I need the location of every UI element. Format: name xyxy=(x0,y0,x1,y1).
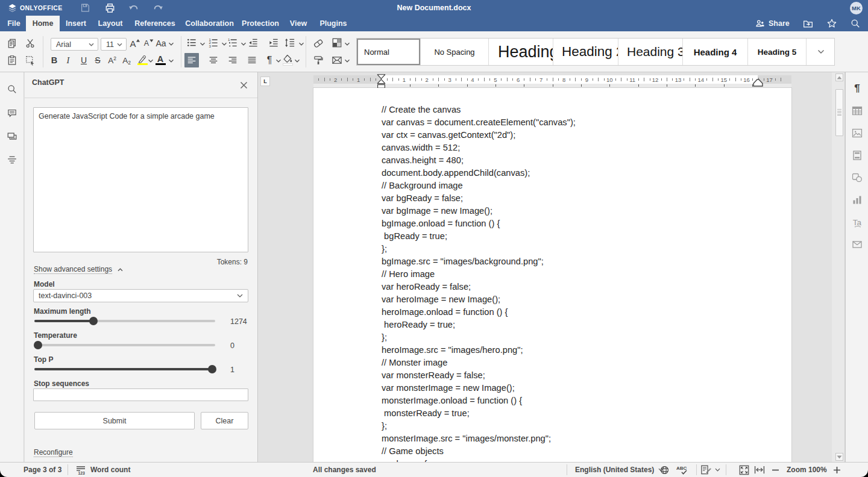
top-p-slider[interactable] xyxy=(34,365,215,373)
tab-references[interactable]: References xyxy=(133,16,177,31)
reconfigure-link[interactable]: Reconfigure xyxy=(34,448,73,457)
page-number-indicator[interactable]: Page 3 of 3 xyxy=(24,463,61,477)
multilevel-list-button[interactable]: 1 xyxy=(227,37,239,49)
favorite-star-button[interactable] xyxy=(825,17,838,30)
tab-protection[interactable]: Protection xyxy=(241,16,280,31)
document-line[interactable]: // Create the canvas xyxy=(382,104,576,116)
open-file-location-button[interactable] xyxy=(801,17,814,30)
redo-button[interactable] xyxy=(151,1,165,14)
document-line[interactable]: heroImage.onload = function () { xyxy=(382,306,576,319)
document-line[interactable]: canvas.width = 512; xyxy=(382,142,576,154)
numbering-arrow[interactable] xyxy=(222,42,227,46)
decrease-indent-button[interactable] xyxy=(248,37,259,49)
slider-thumb[interactable] xyxy=(208,365,216,373)
line-spacing-arrow[interactable] xyxy=(299,42,304,46)
styles-gallery-expand-button[interactable] xyxy=(807,39,835,65)
increase-indent-button[interactable] xyxy=(268,37,280,49)
set-language-button[interactable] xyxy=(659,463,670,477)
select-all-button[interactable] xyxy=(25,55,36,66)
bullets-button[interactable] xyxy=(186,37,198,49)
close-plugin-button[interactable] xyxy=(238,80,249,90)
prompt-textarea[interactable] xyxy=(33,107,248,252)
increase-font-button[interactable]: A xyxy=(130,39,140,49)
style-heading-3[interactable]: Heading 3 xyxy=(618,39,683,65)
tab-home[interactable]: Home xyxy=(26,16,60,31)
advanced-settings-toggle[interactable]: Show advanced settings xyxy=(34,265,123,274)
mail-merge-settings-button[interactable] xyxy=(852,241,862,248)
style-heading-5[interactable]: Heading 5 xyxy=(748,39,807,65)
document-line[interactable]: // Game objects xyxy=(382,445,576,458)
copy-style-button[interactable] xyxy=(313,55,324,66)
underline-button[interactable]: U xyxy=(81,55,87,65)
document-line[interactable]: var hero = { xyxy=(382,458,576,463)
table-settings-button[interactable] xyxy=(852,107,863,116)
fit-width-button[interactable] xyxy=(754,463,765,477)
document-line[interactable]: // Hero image xyxy=(382,268,576,281)
style-heading-2[interactable]: Heading 2 xyxy=(553,39,618,65)
document-line[interactable]: heroReady = true; xyxy=(382,319,576,331)
document-line[interactable]: }; xyxy=(382,420,576,432)
document-line[interactable]: // Monster image xyxy=(382,357,576,369)
indent-marker[interactable] xyxy=(377,74,386,89)
document-line[interactable]: // Background image xyxy=(382,179,576,192)
numbering-button[interactable]: 123 xyxy=(208,37,219,49)
paste-button[interactable] xyxy=(7,55,18,66)
max-length-slider[interactable] xyxy=(34,317,215,325)
zoom-out-button[interactable] xyxy=(772,463,779,477)
temperature-slider[interactable] xyxy=(34,341,215,349)
navigation-button[interactable] xyxy=(7,155,17,164)
nonprinting-arrow[interactable] xyxy=(276,59,281,63)
strikethrough-button[interactable]: S xyxy=(95,55,100,65)
superscript-button[interactable]: A2 xyxy=(108,56,116,65)
change-case-arrow[interactable] xyxy=(169,42,174,46)
shape-settings-button[interactable] xyxy=(852,173,863,182)
document-line[interactable]: var heroReady = false; xyxy=(382,281,576,293)
font-size-select[interactable]: 11 xyxy=(101,38,127,51)
language-selector[interactable]: English (United States) xyxy=(575,463,664,477)
print-button[interactable] xyxy=(103,1,116,14)
tab-view[interactable]: View xyxy=(286,16,311,31)
multilevel-arrow[interactable] xyxy=(241,42,247,46)
document-line[interactable]: var canvas = document.createElement("can… xyxy=(382,116,576,129)
document-line[interactable]: var ctx = canvas.getContext("2d"); xyxy=(382,129,576,142)
tab-layout[interactable]: Layout xyxy=(95,16,125,31)
share-button[interactable]: Share xyxy=(755,16,790,31)
line-spacing-button[interactable] xyxy=(285,37,296,49)
paragraph-shading-arrow[interactable] xyxy=(295,59,300,63)
document-line[interactable]: heroImage.src = "images/hero.png"; xyxy=(382,344,576,357)
header-footer-settings-button[interactable] xyxy=(853,151,861,160)
highlight-color-arrow[interactable] xyxy=(148,59,154,63)
clear-style-button[interactable] xyxy=(312,37,324,49)
style-no-spacing[interactable]: No Spacing xyxy=(421,39,489,65)
document-line[interactable]: var monsterReady = false; xyxy=(382,369,576,382)
decrease-font-button[interactable]: A xyxy=(144,39,154,48)
document-line[interactable]: var monsterImage = new Image(); xyxy=(382,382,576,394)
document-line[interactable]: bgReady = true; xyxy=(382,230,576,243)
document-text[interactable]: // Create the canvasvar canvas = documen… xyxy=(382,104,576,463)
document-line[interactable]: canvas.height = 480; xyxy=(382,154,576,167)
font-name-select[interactable]: Arial xyxy=(51,38,98,51)
document-line[interactable]: bgImage.src = "images/background.png"; xyxy=(382,255,576,268)
spell-check-button[interactable]: ABC xyxy=(676,463,688,477)
user-avatar[interactable]: MK xyxy=(850,2,863,14)
image-settings-button[interactable] xyxy=(852,129,863,138)
document-line[interactable]: }; xyxy=(382,243,576,255)
tab-file[interactable]: File xyxy=(5,16,23,31)
chart-settings-button[interactable] xyxy=(853,196,862,205)
align-right-button[interactable] xyxy=(227,55,238,66)
text-art-settings-button[interactable]: Ta xyxy=(853,217,861,228)
bold-button[interactable]: B xyxy=(51,55,57,65)
table-shading-arrow[interactable] xyxy=(345,42,350,46)
undo-button[interactable] xyxy=(127,1,140,14)
zoom-level[interactable]: Zoom 100% xyxy=(787,463,827,477)
chat-button[interactable] xyxy=(7,131,17,142)
scrollbar-thumb[interactable] xyxy=(835,89,843,136)
stop-sequences-input[interactable] xyxy=(33,388,248,401)
right-indent-marker[interactable] xyxy=(753,79,763,87)
scroll-down-button[interactable] xyxy=(835,453,843,461)
tab-insert[interactable]: Insert xyxy=(63,16,89,31)
model-select[interactable]: text-davinci-003 xyxy=(33,289,248,302)
document-line[interactable]: }; xyxy=(382,331,576,344)
document-line[interactable]: var bgReady = false; xyxy=(382,192,576,205)
slider-thumb[interactable] xyxy=(89,317,98,325)
